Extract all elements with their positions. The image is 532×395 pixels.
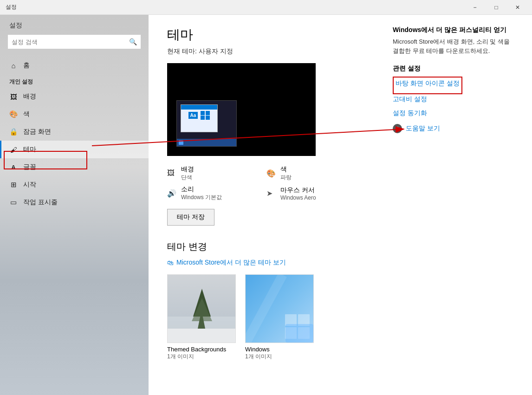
theme-card-count-windows: 1개 이미지 [245,353,314,361]
sidebar-item-taskbar[interactable]: ▭ 작업 표시줄 [0,194,149,211]
desktop-icon-link-wrapper: 바탕 화면 아이콘 설정 [393,77,462,94]
sync-link[interactable]: 설정 동기화 [393,108,513,118]
sidebar-item-font[interactable]: A 글꼴 [0,158,149,176]
mini-window: Aa [181,104,218,132]
mini-tile-2 [206,111,210,115]
sidebar-item-label-background: 배경 [23,92,36,101]
sound-option-name: 소리 [181,185,222,194]
help-link[interactable]: 도움말 보기 [406,124,440,133]
cursor-option-icon: ➤ [266,189,276,198]
theme-option-text-cursor: 마우스 커서 Windows Aero [280,186,316,201]
background-icon: 🖼 [9,92,18,101]
sidebar-item-lockscreen[interactable]: 🔒 잠금 화면 [0,123,149,141]
mini-tiles [201,111,210,120]
theme-icon: 🖌 [9,145,18,154]
sidebar-item-start[interactable]: ⊞ 시작 [0,176,149,194]
contrast-link[interactable]: 고대비 설정 [393,94,513,104]
theme-option-color[interactable]: 🎨 색 파랑 [266,165,362,181]
svg-rect-2 [168,334,236,343]
theme-option-sound[interactable]: 🔊 소리 Windows 기본값 [167,185,263,201]
search-icon: 🔍 [129,38,137,45]
sidebar-item-label-font: 글꼴 [23,163,36,171]
background-option-value: 단색 [181,174,194,181]
sound-option-value: Windows 기본값 [181,194,222,201]
svg-rect-10 [285,327,297,339]
sidebar-item-label-start: 시작 [23,181,36,189]
sidebar-item-home[interactable]: ⌂ 홈 [0,57,149,74]
help-item: ? 도움말 보기 [393,124,513,133]
aa-box: Aa [188,112,198,119]
related-settings-title: 관련 설정 [393,65,513,73]
sidebar-item-label-home: 홈 [23,61,30,70]
background-option-icon: 🖼 [167,169,176,178]
sidebar-item-label-taskbar: 작업 표시줄 [23,198,58,207]
theme-mini-preview: Aa [176,100,237,147]
home-icon: ⌂ [9,61,18,70]
window-controls: − □ ✕ [464,0,528,15]
color-option-icon: 🎨 [266,169,276,178]
svg-point-1 [168,330,236,343]
title-bar: 설정 − □ ✕ [0,0,532,15]
store-link-text: Microsoft Store에서 더 많은 테마 보기 [176,259,286,267]
start-icon: ⊞ [9,181,18,189]
mini-taskbar [177,139,236,146]
svg-rect-9 [298,314,310,326]
sidebar-search-container[interactable]: 🔍 [7,34,141,49]
minimize-button[interactable]: − [464,0,486,15]
theme-option-background[interactable]: 🖼 배경 단색 [167,165,263,181]
search-input[interactable] [12,39,129,45]
change-theme-title: 테마 변경 [167,240,513,253]
color-option-name: 색 [280,165,292,174]
theme-preview-image: Aa [167,63,316,156]
mini-window-body: Aa [181,110,217,121]
theme-option-text-color: 색 파랑 [280,165,292,181]
store-icon: 🛍 [167,259,174,266]
save-theme-button[interactable]: 테마 저장 [167,209,214,226]
sidebar-item-label-lockscreen: 잠금 화면 [23,128,51,136]
desktop-icon-link[interactable]: 바탕 화면 아이콘 설정 [396,78,460,89]
sidebar-item-theme[interactable]: 🖌 테마 [0,141,149,158]
theme-option-cursor[interactable]: ➤ 마우스 커서 Windows Aero [266,185,362,201]
theme-card-label-themed-backgrounds: Themed Backgrounds [167,346,236,353]
font-icon: A [9,163,18,171]
theme-card-windows[interactable]: Windows 1개 이미지 [245,274,314,361]
theme-card-themed-backgrounds[interactable]: Themed Backgrounds 1개 이미지 [167,274,236,361]
sidebar: 설정 🔍 ⌂ 홈 개인 설정 🖼 배경 🎨 색 🔒 잠금 화면 🖌 테마 A [0,15,149,395]
main-content: Windows에서 더 많은 퍼스널리티 얻기 Microsoft Store에… [149,15,532,395]
window-title: 설정 [6,3,17,11]
get-more-title: Windows에서 더 많은 퍼스널리티 얻기 [393,26,513,34]
theme-preview-area: Aa [167,63,383,156]
mini-tile-4 [206,116,210,120]
theme-options-grid: 🖼 배경 단색 🎨 색 파랑 🔊 소리 Windows 기본값 [167,165,362,201]
app-body: 설정 🔍 ⌂ 홈 개인 설정 🖼 배경 🎨 색 🔒 잠금 화면 🖌 테마 A [0,15,532,395]
sound-option-icon: 🔊 [167,189,176,198]
background-option-name: 배경 [181,165,194,174]
mini-taskbar-icon [179,140,183,145]
svg-rect-6 [168,317,236,335]
mini-window-title-bar [181,105,217,110]
close-button[interactable]: ✕ [507,0,528,15]
cursor-option-name: 마우스 커서 [280,186,316,194]
sidebar-section-label: 개인 설정 [0,74,149,88]
svg-rect-5 [200,321,204,330]
mini-tile-1 [201,111,205,115]
help-icon: ? [393,124,402,133]
sidebar-item-background[interactable]: 🖼 배경 [0,88,149,105]
cursor-option-value: Windows Aero [280,194,316,201]
get-more-desc: Microsoft Store에서 배경 화면, 소리 및 색을 결합한 무료 … [393,37,513,55]
mini-tile-3 [201,116,205,120]
taskbar-icon: ▭ [9,198,18,207]
microsoft-store-link[interactable]: 🛍 Microsoft Store에서 더 많은 테마 보기 [167,259,513,267]
lockscreen-icon: 🔒 [9,128,18,136]
maximize-button[interactable]: □ [486,0,507,15]
help-icon-symbol: ? [396,126,399,131]
sidebar-header: 설정 [0,15,149,34]
right-panel: Windows에서 더 많은 퍼스널리티 얻기 Microsoft Store에… [393,26,513,133]
theme-card-label-windows: Windows [245,346,314,353]
sidebar-item-label-theme: 테마 [23,145,36,154]
color-icon: 🎨 [9,110,18,118]
windows-scene-svg [246,275,314,343]
sidebar-item-color[interactable]: 🎨 색 [0,105,149,123]
theme-card-count-themed-backgrounds: 1개 이미지 [167,353,236,361]
color-option-value: 파랑 [280,174,292,181]
